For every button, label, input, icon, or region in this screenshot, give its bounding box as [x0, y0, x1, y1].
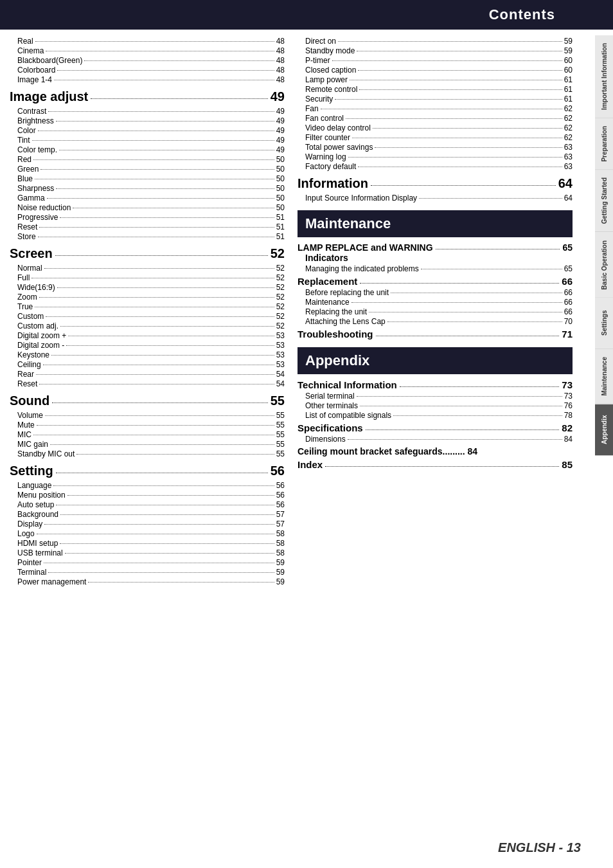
list-item: MIC gain55: [10, 440, 285, 449]
page-header: Contents: [0, 0, 613, 30]
list-item: P-timer60: [298, 56, 573, 65]
list-item: Progressive51: [10, 213, 285, 222]
section-screen: Screen52: [10, 246, 285, 261]
list-item: Volume55: [10, 411, 285, 420]
sound-entries: Volume55 Mute55 MIC55 MIC gain55 Standby…: [10, 411, 285, 458]
list-item: Brightness49: [10, 116, 285, 125]
list-item: Real48: [10, 37, 285, 46]
information-entries: Input Source Information Display64: [298, 194, 573, 203]
sidebar-tab-maintenance[interactable]: Maintenance: [595, 349, 613, 404]
setting-entries: Language56 Menu position56 Auto setup56 …: [10, 481, 285, 586]
list-item: Before replacing the unit66: [298, 288, 573, 297]
list-item: Input Source Information Display64: [298, 194, 573, 203]
sidebar-tab-appendix[interactable]: Appendix: [595, 404, 613, 456]
list-item: Normal52: [10, 264, 285, 273]
list-item: Keystone53: [10, 350, 285, 359]
replacement-entries: Before replacing the unit66 Maintenance6…: [298, 288, 573, 326]
section-troubleshooting: Troubleshooting71: [298, 329, 573, 339]
list-item: Full52: [10, 273, 285, 282]
list-item: List of compatible signals78: [298, 411, 573, 420]
section-ceiling-mount: Ceiling mount bracket safeguards........…: [298, 446, 573, 457]
list-item: Standby MIC out55: [10, 449, 285, 458]
list-item: Blackboard(Green)48: [10, 56, 285, 65]
list-item: Digital zoom -53: [10, 341, 285, 350]
section-index: Index85: [298, 459, 573, 470]
section-technical-information: Technical Information73: [298, 379, 573, 390]
header-title: Contents: [489, 6, 555, 23]
top-entries: Real48 Cinema48 Blackboard(Green)48 Colo…: [10, 37, 285, 84]
list-item: Standby mode59: [298, 46, 573, 55]
list-item: Auto setup56: [10, 500, 285, 509]
list-item: Gamma50: [10, 194, 285, 203]
sidebar-tab-important-information[interactable]: Important Information: [595, 35, 613, 118]
screen-entries: Normal52 Full52 Wide(16:9)52 Zoom52 True…: [10, 264, 285, 388]
section-replacement: Replacement66: [298, 276, 573, 287]
list-item: Tint49: [10, 136, 285, 145]
content-area: Real48 Cinema48 Blackboard(Green)48 Colo…: [0, 30, 595, 593]
specifications-entries: Dimensions84: [298, 435, 573, 444]
image-adjust-entries: Contrast49 Brightness49 Color49 Tint49 C…: [10, 107, 285, 241]
list-item: Menu position56: [10, 491, 285, 500]
list-item: Contrast49: [10, 107, 285, 116]
section-image-adjust: Image adjust49: [10, 89, 285, 104]
list-item: Filter counter62: [298, 133, 573, 142]
list-item: Blue50: [10, 174, 285, 183]
list-item: Wide(16:9)52: [10, 283, 285, 292]
list-item: Video delay control62: [298, 123, 573, 132]
list-item: Direct on59: [298, 37, 573, 46]
list-item: Replacing the unit66: [298, 307, 573, 316]
list-item: Red50: [10, 155, 285, 164]
appendix-box: Appendix: [298, 347, 573, 374]
list-item: Managing the indicated problems65: [298, 264, 573, 273]
list-item: Maintenance66: [298, 298, 573, 307]
sidebar-tab-basic-operation[interactable]: Basic Operation: [595, 233, 613, 298]
list-item: Cinema48: [10, 46, 285, 55]
section-setting: Setting56: [10, 464, 285, 478]
list-item: Store51: [10, 232, 285, 241]
list-item: Total power savings63: [298, 143, 573, 152]
list-item: Warning log63: [298, 152, 573, 161]
list-item: Reset54: [10, 379, 285, 388]
list-item: HDMI setup58: [10, 539, 285, 548]
sidebar-tab-preparation[interactable]: Preparation: [595, 118, 613, 170]
lamp-section: LAMP REPLACE and WARNINGIndicators 65 Ma…: [298, 242, 573, 273]
section-sound: Sound55: [10, 393, 285, 408]
list-item: Serial terminal73: [298, 392, 573, 401]
list-item: Image 1-448: [10, 75, 285, 84]
list-item: Rear54: [10, 370, 285, 379]
list-item: Closed caption60: [298, 66, 573, 75]
list-item: Dimensions84: [298, 435, 573, 444]
list-item: Green50: [10, 165, 285, 174]
list-item: Other terminals76: [298, 401, 573, 410]
section-specifications: Specifications82: [298, 422, 573, 433]
list-item: Reset51: [10, 222, 285, 231]
page-footer: ENGLISH - 13: [498, 840, 581, 855]
list-item: Mute55: [10, 420, 285, 429]
list-item: Lamp power61: [298, 75, 573, 84]
list-item: USB terminal58: [10, 548, 285, 557]
sidebar-tab-settings[interactable]: Settings: [595, 298, 613, 349]
list-item: Ceiling53: [10, 360, 285, 369]
right-sidebar: Important Information Preparation Gettin…: [595, 35, 613, 456]
list-item: Zoom52: [10, 293, 285, 302]
list-item: Logo58: [10, 529, 285, 538]
list-item: MIC55: [10, 430, 285, 439]
list-item: Sharpness50: [10, 184, 285, 193]
list-item: Background57: [10, 510, 285, 519]
list-item: Color temp.49: [10, 145, 285, 154]
list-item: Custom52: [10, 312, 285, 321]
list-item: Security61: [298, 95, 573, 104]
lamp-title: LAMP REPLACE and WARNINGIndicators 65: [298, 242, 573, 263]
list-item: Digital zoom +53: [10, 331, 285, 340]
sidebar-tab-getting-started[interactable]: Getting Started: [595, 170, 613, 232]
list-item: Attaching the Lens Cap70: [298, 317, 573, 326]
list-item: Custom adj.52: [10, 321, 285, 330]
footer-text: ENGLISH - 13: [498, 840, 581, 854]
list-item: Pointer59: [10, 558, 285, 567]
list-item: Colorboard48: [10, 66, 285, 75]
list-item: Remote control61: [298, 85, 573, 94]
list-item: Language56: [10, 481, 285, 490]
maintenance-box: Maintenance: [298, 210, 573, 237]
right-column: Direct on59 Standby mode59 P-timer60 Clo…: [298, 36, 573, 587]
list-item: Fan control62: [298, 114, 573, 123]
